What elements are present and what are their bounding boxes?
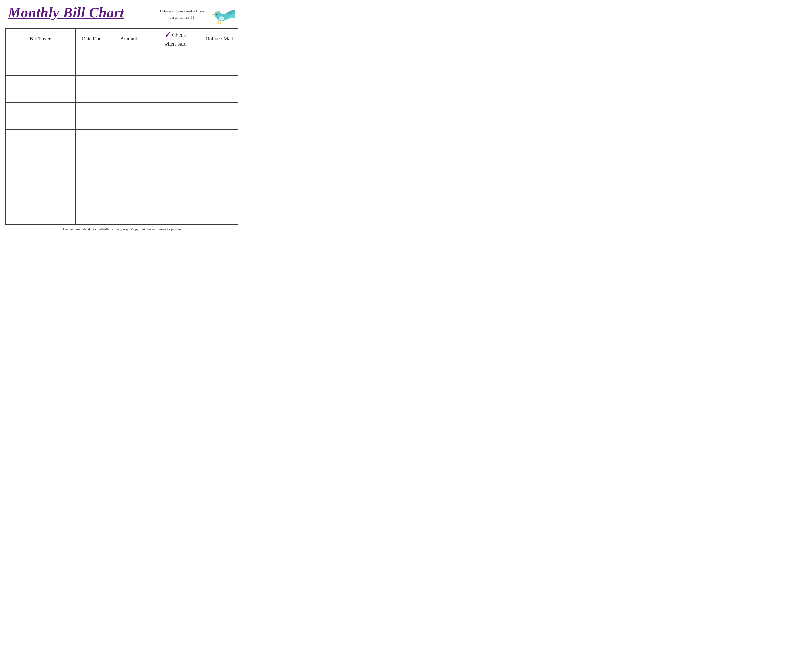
svg-point-18 xyxy=(217,11,218,12)
col-header-amount: Amount xyxy=(108,29,150,49)
svg-line-10 xyxy=(218,21,219,23)
col-header-online: Online / Mail xyxy=(201,29,238,49)
table-wrapper: Bill/Payee Date Due Amount ✓ Check when … xyxy=(5,29,238,225)
table-row xyxy=(6,130,238,143)
table-cell[interactable] xyxy=(201,197,238,211)
title-block: Monthly Bill Chart xyxy=(8,5,124,20)
table-row xyxy=(6,102,238,116)
table-cell[interactable] xyxy=(108,130,150,143)
table-cell[interactable] xyxy=(6,197,76,211)
table-header-row: Bill/Payee Date Due Amount ✓ Check when … xyxy=(6,29,238,49)
footer: Personal use only, do not redistribute i… xyxy=(0,225,244,234)
table-cell[interactable] xyxy=(201,143,238,157)
svg-point-8 xyxy=(216,13,217,14)
col-header-payee: Bill/Payee xyxy=(6,29,76,49)
table-cell[interactable] xyxy=(150,102,201,116)
table-cell[interactable] xyxy=(150,89,201,102)
check-header-content: ✓ Check when paid xyxy=(150,30,201,47)
table-cell[interactable] xyxy=(75,49,108,62)
table-cell[interactable] xyxy=(75,116,108,130)
table-row xyxy=(6,89,238,102)
col-header-check: ✓ Check when paid xyxy=(150,29,201,49)
table-cell[interactable] xyxy=(75,89,108,102)
table-cell[interactable] xyxy=(75,102,108,116)
table-row xyxy=(6,170,238,184)
table-cell[interactable] xyxy=(201,184,238,197)
table-cell[interactable] xyxy=(108,102,150,116)
table-cell[interactable] xyxy=(75,170,108,184)
check-row: ✓ Check xyxy=(165,30,186,40)
table-cell[interactable] xyxy=(75,211,108,225)
table-cell[interactable] xyxy=(108,211,150,225)
table-cell[interactable] xyxy=(6,170,76,184)
table-cell[interactable] xyxy=(6,62,76,76)
table-cell[interactable] xyxy=(201,89,238,102)
table-cell[interactable] xyxy=(150,197,201,211)
svg-point-9 xyxy=(219,16,224,21)
table-cell[interactable] xyxy=(150,211,201,225)
page: Monthly Bill Chart I Have a Future and a… xyxy=(0,0,244,234)
table-cell[interactable] xyxy=(150,170,201,184)
svg-line-14 xyxy=(220,21,221,23)
table-cell[interactable] xyxy=(6,157,76,170)
table-cell[interactable] xyxy=(150,143,201,157)
table-cell[interactable] xyxy=(201,76,238,89)
svg-marker-6 xyxy=(212,14,214,15)
table-cell[interactable] xyxy=(150,157,201,170)
table-cell[interactable] xyxy=(201,157,238,170)
table-cell[interactable] xyxy=(108,184,150,197)
table-row xyxy=(6,76,238,89)
table-cell[interactable] xyxy=(201,116,238,130)
table-cell[interactable] xyxy=(201,102,238,116)
table-cell[interactable] xyxy=(75,157,108,170)
header: Monthly Bill Chart I Have a Future and a… xyxy=(0,0,244,28)
checkmark-symbol: ✓ xyxy=(165,30,171,40)
bird-svg xyxy=(211,6,235,26)
table-cell[interactable] xyxy=(6,211,76,225)
table-cell[interactable] xyxy=(108,49,150,62)
table-cell[interactable] xyxy=(6,49,76,62)
table-cell[interactable] xyxy=(75,197,108,211)
check-text-whenpaid: when paid xyxy=(164,40,186,47)
table-cell[interactable] xyxy=(75,184,108,197)
check-text-check: Check xyxy=(172,31,186,38)
bill-chart-table: Bill/Payee Date Due Amount ✓ Check when … xyxy=(5,29,238,225)
table-cell[interactable] xyxy=(6,184,76,197)
table-cell[interactable] xyxy=(75,143,108,157)
table-cell[interactable] xyxy=(75,130,108,143)
table-cell[interactable] xyxy=(150,62,201,76)
table-cell[interactable] xyxy=(201,170,238,184)
table-cell[interactable] xyxy=(108,62,150,76)
table-cell[interactable] xyxy=(201,49,238,62)
table-cell[interactable] xyxy=(201,130,238,143)
table-cell[interactable] xyxy=(201,62,238,76)
table-cell[interactable] xyxy=(108,116,150,130)
table-cell[interactable] xyxy=(6,130,76,143)
table-cell[interactable] xyxy=(108,157,150,170)
table-row xyxy=(6,116,238,130)
table-cell[interactable] xyxy=(6,143,76,157)
table-cell[interactable] xyxy=(150,116,201,130)
table-cell[interactable] xyxy=(75,62,108,76)
table-cell[interactable] xyxy=(6,89,76,102)
table-cell[interactable] xyxy=(6,116,76,130)
table-row xyxy=(6,62,238,76)
table-cell[interactable] xyxy=(108,89,150,102)
table-cell[interactable] xyxy=(150,49,201,62)
tagline-block: I Have a Future and a Hope Jeremiah 29:1… xyxy=(160,8,205,20)
table-row xyxy=(6,157,238,170)
table-cell[interactable] xyxy=(150,184,201,197)
table-cell[interactable] xyxy=(75,76,108,89)
svg-point-7 xyxy=(216,13,217,15)
table-row xyxy=(6,211,238,225)
table-cell[interactable] xyxy=(6,76,76,89)
table-cell[interactable] xyxy=(108,143,150,157)
table-cell[interactable] xyxy=(108,197,150,211)
table-cell[interactable] xyxy=(108,76,150,89)
table-cell[interactable] xyxy=(108,170,150,184)
table-cell[interactable] xyxy=(6,102,76,116)
table-cell[interactable] xyxy=(150,76,201,89)
table-cell[interactable] xyxy=(201,211,238,225)
table-cell[interactable] xyxy=(150,130,201,143)
svg-point-19 xyxy=(218,11,219,12)
